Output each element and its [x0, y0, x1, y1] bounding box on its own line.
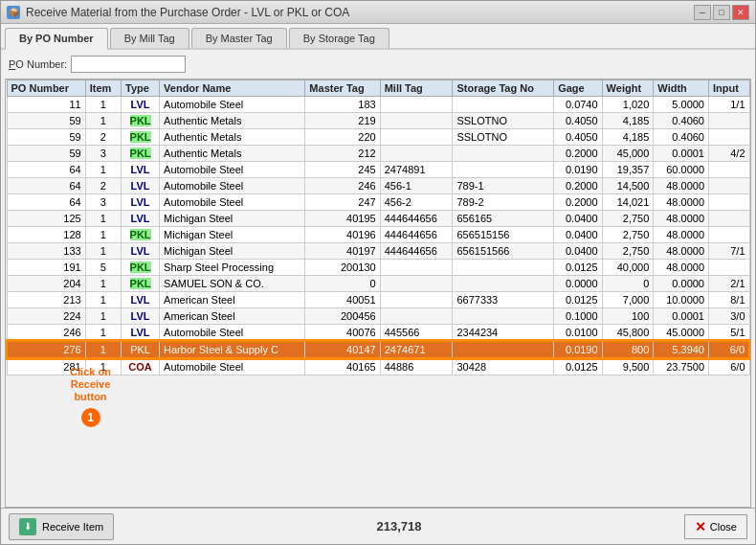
table-row[interactable]: 1251LVLMichigan Steel4019544464465665616… — [7, 211, 749, 227]
table-cell: Automobile Steel — [160, 325, 305, 342]
table-cell: 45,000 — [602, 146, 654, 162]
table-row[interactable]: 591PKLAuthentic Metals219SSLOTNO0.40504,… — [7, 113, 749, 129]
table-cell: 220 — [305, 129, 380, 146]
table-row[interactable]: 1915PKLSharp Steel Processing2001300.012… — [7, 260, 749, 276]
table-cell: 2 — [85, 129, 121, 146]
col-item: Item — [85, 80, 121, 97]
table-cell: 4,185 — [602, 129, 654, 146]
table-cell: 247 — [305, 194, 380, 211]
minimize-button[interactable]: ─ — [694, 5, 711, 20]
table-cell: 133 — [7, 243, 85, 260]
table-cell — [709, 178, 750, 194]
table-cell: 5.3940 — [654, 341, 709, 358]
table-row[interactable]: 643LVLAutomobile Steel247456-2789-20.200… — [7, 194, 749, 211]
table-cell — [380, 260, 453, 276]
table-cell: LVL — [122, 211, 160, 227]
col-mill-tag: Mill Tag — [380, 80, 453, 97]
table-cell: 0.0400 — [554, 227, 602, 243]
table-cell: 2474671 — [380, 341, 453, 358]
table-cell: 48.0000 — [654, 194, 709, 211]
table-row[interactable]: 2461LVLAutomobile Steel40076445566234423… — [7, 325, 749, 342]
table-cell: LVL — [122, 194, 160, 211]
title-bar: 📦 Receive Material from the Purchase Ord… — [1, 1, 755, 24]
table-cell: 656165 — [453, 211, 554, 227]
table-cell — [380, 113, 453, 129]
title-bar-buttons: ─ □ ✕ — [694, 5, 749, 20]
table-row[interactable]: 642LVLAutomobile Steel246456-1789-10.200… — [7, 178, 749, 194]
table-cell: 2474891 — [380, 162, 453, 178]
table-cell: 200130 — [305, 260, 380, 276]
table-row[interactable]: 2811COAAutomobile Steel4016544886304280.… — [7, 358, 749, 375]
table-cell: 100 — [602, 308, 654, 325]
table-row[interactable]: 2761PKLHarbor Steel & Supply C4014724746… — [7, 341, 749, 358]
table-cell: 212 — [305, 146, 380, 162]
table-cell: 5/1 — [709, 325, 750, 342]
po-number-row: PO Number: — [1, 50, 755, 79]
table-cell — [709, 227, 750, 243]
table-row[interactable]: 2131LVLAmerican Steel4005166773330.01257… — [7, 292, 749, 308]
table-cell: 2344234 — [453, 325, 554, 342]
table-cell: 281 — [7, 358, 85, 375]
table-cell: LVL — [122, 97, 160, 113]
table-row[interactable]: 1281PKLMichigan Steel4019644464465665651… — [7, 227, 749, 243]
table-cell — [453, 162, 554, 178]
table-cell: PKL — [122, 146, 160, 162]
close-button[interactable]: ✕ Close — [684, 514, 747, 539]
table-cell: Sharp Steel Processing — [160, 260, 305, 276]
table-cell: 3 — [85, 194, 121, 211]
table-cell: 45,800 — [602, 325, 654, 342]
table-cell: 6/0 — [709, 341, 750, 358]
table-cell: PKL — [122, 341, 160, 358]
table-cell: 48.0000 — [654, 227, 709, 243]
table-cell: 0.4060 — [654, 129, 709, 146]
table-cell: LVL — [122, 308, 160, 325]
table-row[interactable]: 593PKLAuthentic Metals2120.200045,0000.0… — [7, 146, 749, 162]
table-cell: American Steel — [160, 308, 305, 325]
table-cell: Michigan Steel — [160, 211, 305, 227]
table-cell — [709, 194, 750, 211]
table-cell — [380, 129, 453, 146]
tab-by-po-number[interactable]: By PO Number — [5, 28, 108, 50]
receive-item-button[interactable]: ⬇ Receive Item — [9, 513, 114, 540]
col-width: Width — [654, 80, 709, 97]
materials-table-container: PO Number Item Type Vendor Name Master T… — [5, 79, 751, 508]
table-cell: Authentic Metals — [160, 129, 305, 146]
table-cell: 48.0000 — [654, 211, 709, 227]
table-row[interactable]: 2241LVLAmerican Steel2004560.10001000.00… — [7, 308, 749, 325]
table-row[interactable]: 111LVLAutomobile Steel1830.07401,0205.00… — [7, 97, 749, 113]
table-cell: 1 — [85, 292, 121, 308]
table-cell: 0.0400 — [554, 211, 602, 227]
table-row[interactable]: 2041PKLSAMUEL SON & CO.00.000000.00002/1 — [7, 276, 749, 292]
table-cell — [380, 292, 453, 308]
table-cell: 11 — [7, 97, 85, 113]
table-row[interactable]: 641LVLAutomobile Steel24524748910.019019… — [7, 162, 749, 178]
window-close-button[interactable]: ✕ — [732, 5, 749, 20]
table-cell: 0.0001 — [654, 146, 709, 162]
table-cell — [453, 97, 554, 113]
table-row[interactable]: 592PKLAuthentic Metals220SSLOTNO0.40504,… — [7, 129, 749, 146]
table-row[interactable]: 1331LVLMichigan Steel4019744464465665615… — [7, 243, 749, 260]
table-cell: 456-1 — [380, 178, 453, 194]
table-cell: 1 — [85, 325, 121, 342]
table-cell: 445566 — [380, 325, 453, 342]
table-cell: 30428 — [453, 358, 554, 375]
tab-by-master-tag[interactable]: By Master Tag — [191, 28, 287, 48]
tab-by-mill-tag[interactable]: By Mill Tag — [110, 28, 189, 48]
table-cell: LVL — [122, 325, 160, 342]
tab-by-storage-tag[interactable]: By Storage Tag — [289, 28, 389, 48]
table-cell: 1 — [85, 211, 121, 227]
table-cell: 5.0000 — [654, 97, 709, 113]
table-cell: 64 — [7, 162, 85, 178]
po-number-input[interactable] — [71, 56, 186, 73]
table-cell: 183 — [305, 97, 380, 113]
table-cell: 0.4050 — [554, 129, 602, 146]
table-cell: 656151566 — [453, 243, 554, 260]
table-cell: LVL — [122, 162, 160, 178]
table-cell: 0.0740 — [554, 97, 602, 113]
table-cell: 0.0400 — [554, 243, 602, 260]
title-bar-left: 📦 Receive Material from the Purchase Ord… — [7, 6, 349, 19]
maximize-button[interactable]: □ — [713, 5, 730, 20]
tabs-row: By PO Number By Mill Tag By Master Tag B… — [1, 24, 755, 50]
table-cell: LVL — [122, 292, 160, 308]
table-cell: Automobile Steel — [160, 97, 305, 113]
